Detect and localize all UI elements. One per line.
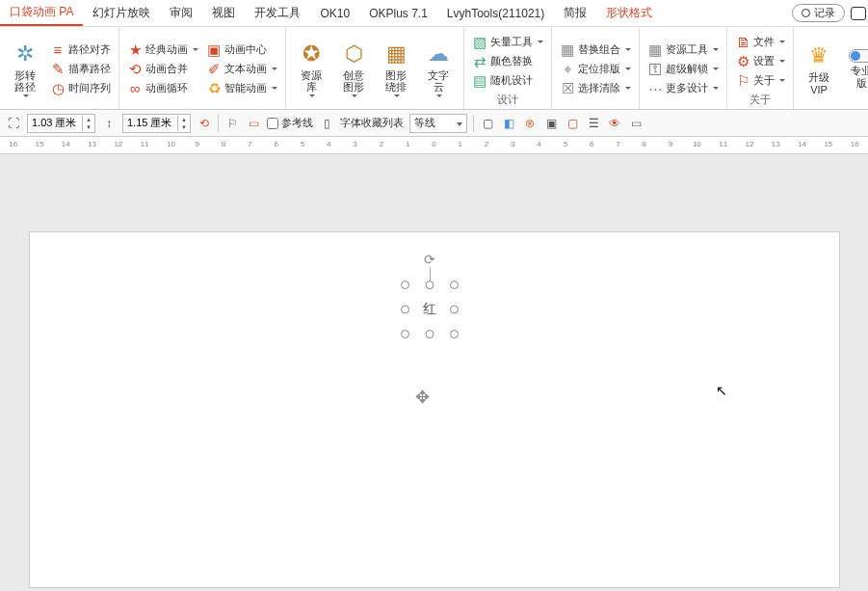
eye-icon[interactable]: 👁 [607,116,622,131]
font-select[interactable]: 等线 [409,114,467,133]
height-down[interactable]: ▼ [178,123,190,131]
height-up[interactable]: ▲ [178,116,190,123]
wordcloud-button[interactable]: ☁文字云 [419,31,458,107]
crown-icon: ♛ [805,42,832,69]
time-sequence-button[interactable]: ◷时间序列 [48,80,113,97]
comment-icon[interactable] [851,7,866,20]
color-replace-button[interactable]: ⇄颜色替换 [470,52,545,69]
mouse-cursor-icon: ↖ [716,383,727,398]
tool-1-icon[interactable]: ▢ [480,116,495,131]
random-design-button[interactable]: ▤随机设计 [470,71,545,89]
classic-anim-button[interactable]: ★经典动画 [125,41,200,59]
tool-4-icon[interactable]: ▣ [543,116,559,131]
merge-anim-button[interactable]: ⟲动画合并 [125,61,200,78]
tab-lvyhtools[interactable]: LvyhTools(211021) [437,3,554,24]
tool-6-icon[interactable]: ☰ [586,116,601,131]
settings-button[interactable]: ⚙设置 [733,52,787,69]
path-align-button[interactable]: ≡路径对齐 [48,41,113,59]
combo-icon: ▦ [560,42,575,58]
tab-okplus[interactable]: OKPlus 7.1 [359,3,437,24]
tool-3-icon[interactable]: ⊗ [522,116,538,131]
smart-anim-button[interactable]: ♻智能动画 [204,80,279,97]
crop-icon[interactable]: ⛶ [6,116,21,131]
anim-center-button[interactable]: ▣动画中心 [204,41,279,59]
handle-bl[interactable] [401,330,409,338]
tab-ok10[interactable]: OK10 [310,3,359,24]
loop-anim-button[interactable]: ∞动画循环 [125,80,200,97]
group-upgrade: ♛ 升级VIP 专业版 [794,27,868,109]
about-button[interactable]: ⚐关于 [733,71,787,89]
tab-pocket-anim[interactable]: 口袋动画 PA [0,0,83,26]
lock-aspect-icon[interactable]: ↕ [101,116,117,131]
selected-shape[interactable]: ⟳ 红 [410,290,449,329]
group-path: ✲ 形转路径 ≡路径对齐 ✎描摹路径 ◷时间序列 [0,27,119,109]
guide-checkbox[interactable]: 参考线 [267,116,313,130]
file-button[interactable]: 🗎文件 [733,33,787,50]
tab-review[interactable]: 审阅 [160,1,202,25]
upgrade-vip-button[interactable]: ♛ 升级VIP [800,31,838,107]
height-field[interactable] [123,118,177,129]
height-input[interactable]: ▲▼ [122,114,191,133]
gear-icon: ⚙ [735,53,750,68]
super-unlock-button[interactable]: ⚿超级解锁 [645,61,721,78]
creative-shape-button[interactable]: ⬡创意图形 [334,31,373,107]
distribute-icon[interactable]: ▭ [246,116,261,131]
tab-devtools[interactable]: 开发工具 [245,1,310,25]
handle-tl[interactable] [401,281,409,289]
unlock-icon: ⚿ [647,62,663,77]
reset-icon[interactable]: ⟲ [197,116,212,131]
width-up[interactable]: ▲ [83,116,94,123]
pro-toggle[interactable]: 专业版 [842,31,868,107]
handle-tm[interactable] [425,281,434,289]
tab-slideshow[interactable]: 幻灯片放映 [83,1,160,25]
align-flag-icon[interactable]: ⚐ [224,116,240,131]
select-clear-button[interactable]: ☒选择清除 [558,80,633,97]
group-about: 🗎文件 ⚙设置 ⚐关于 关于 [727,27,794,109]
width-down[interactable]: ▼ [83,123,94,131]
tool-2-icon[interactable]: ◧ [501,116,516,131]
tab-shape-format[interactable]: 形状格式 [596,1,662,25]
shape-wrap-button[interactable]: ▦图形绕排 [377,31,415,107]
horizontal-ruler: 1615141312111098765432101234567891011121… [0,137,868,154]
record-button[interactable]: 记录 [792,4,845,22]
list-icon[interactable]: ▯ [319,116,334,131]
vector-tool-button[interactable]: ▧矢量工具 [470,33,545,50]
align-icon: ≡ [50,42,66,58]
guide-check[interactable] [267,118,278,129]
film-icon: ▦ [382,40,409,67]
swap-icon: ⇄ [472,53,487,68]
group-arrange: ▦替换组合 ⌖定位排版 ☒选择清除 [552,27,640,109]
locate-layout-button[interactable]: ⌖定位排版 [558,61,633,78]
resource-lib-button[interactable]: ✪资源库 [292,31,330,107]
more-design-button[interactable]: ⋯更多设计 [645,80,721,97]
width-field[interactable] [28,118,82,129]
handle-tr[interactable] [450,281,459,289]
tab-view[interactable]: 视图 [202,1,245,25]
rotate-handle-icon[interactable]: ⟳ [424,252,435,267]
replace-combo-button[interactable]: ▦替换组合 [558,41,633,59]
group-resource: ✪资源库 ⬡创意图形 ▦图形绕排 ☁文字云 [286,27,464,109]
slide[interactable]: ⟳ 红 ✥ ↖ [29,231,840,588]
text-icon: ✐ [206,62,222,77]
tool-7-icon[interactable]: ▭ [628,116,644,131]
handle-ml[interactable] [401,306,409,314]
trace-icon: ✎ [50,62,66,77]
width-input[interactable]: ▲▼ [27,114,95,133]
handle-mr[interactable] [450,306,459,314]
dice-icon: ▤ [472,72,487,88]
tool-5-icon[interactable]: ▢ [565,116,580,131]
handle-br[interactable] [450,330,459,338]
resource-tool-button[interactable]: ▦资源工具 [645,41,721,59]
handle-bm[interactable] [425,330,434,338]
canvas-area[interactable]: ⟳ 红 ✥ ↖ [0,154,868,591]
file-icon: 🗎 [735,34,750,49]
shape-to-path-button[interactable]: ✲ 形转路径 [6,31,44,107]
hexagon-icon: ⬡ [340,40,367,67]
text-anim-button[interactable]: ✐文本动画 [204,61,279,78]
ribbon: ✲ 形转路径 ≡路径对齐 ✎描摹路径 ◷时间序列 ★经典动画 ⟲动画合并 ∞动画… [0,27,868,110]
trace-path-button[interactable]: ✎描摹路径 [48,61,113,78]
more-icon: ⋯ [647,81,663,96]
move-cursor-icon: ✥ [415,387,430,408]
tab-brief[interactable]: 简报 [554,1,596,25]
shape-path-icon: ✲ [12,40,39,67]
